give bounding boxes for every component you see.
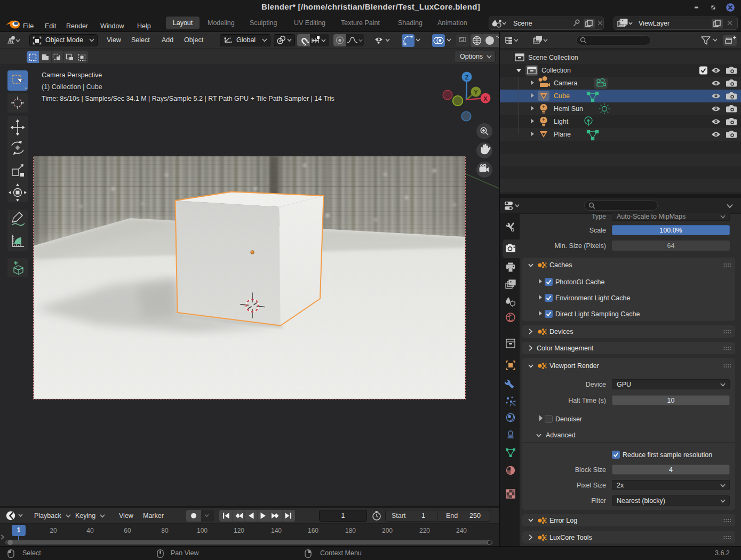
svg-text:Y: Y [474, 89, 478, 95]
svg-text:X: X [483, 95, 488, 102]
svg-text:Z: Z [465, 74, 469, 81]
